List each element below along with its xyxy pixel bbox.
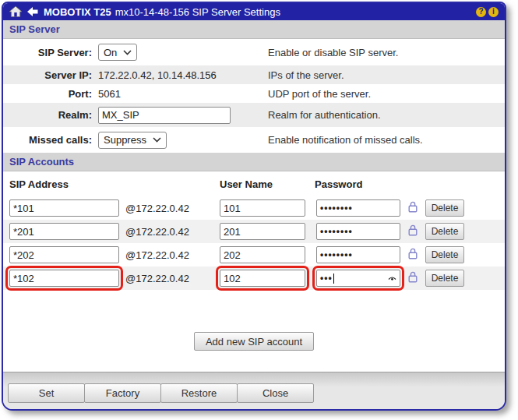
server-ip-description: IPs of the server. [268, 69, 505, 81]
password-input-highlighted[interactable]: ••• [316, 270, 400, 287]
info-icon[interactable]: i [488, 7, 499, 17]
realm-description: Realm for authentication. [268, 109, 505, 121]
sip-account-row-2: @172.22.0.42 Delete [3, 220, 505, 243]
page: MOBOTIX T25 mx10-14-48-156 SIP Server Se… [0, 0, 518, 420]
sip-server-suffix: @172.22.0.42 [118, 273, 220, 284]
set-button[interactable]: Set [8, 383, 85, 403]
sip-server-label: SIP Server: [3, 47, 98, 58]
sip-server-suffix: @172.22.0.42 [118, 203, 220, 214]
password-masked-value: ••• [320, 274, 333, 283]
sip-account-row-1: @172.22.0.42 Delete [3, 196, 505, 220]
form-row-realm: Realm: Realm for authentication. [3, 103, 505, 127]
sip-accounts-section-header: SIP Accounts [3, 153, 505, 171]
sip-server-select[interactable]: On [98, 44, 137, 61]
column-header-password: Password [315, 178, 505, 190]
sip-server-suffix: @172.22.0.42 [118, 249, 220, 261]
footer-button-group: Set Factory Restore Close [8, 383, 314, 403]
realm-label: Realm: [3, 109, 98, 121]
sip-server-select-value: On [104, 47, 117, 58]
window-title-product: MOBOTIX T25 [44, 6, 111, 18]
missed-calls-label: Missed calls: [3, 134, 98, 146]
add-account-area: Add new SIP account [3, 290, 505, 351]
restore-button[interactable]: Restore [160, 383, 238, 403]
text-cursor [333, 274, 334, 284]
add-sip-account-button[interactable]: Add new SIP account [194, 332, 314, 351]
form-row-missed-calls: Missed calls: Suppress Enable notificati… [3, 127, 505, 153]
password-reveal-eye-icon[interactable] [388, 275, 396, 281]
user-name-input-highlighted[interactable] [220, 270, 305, 287]
form-row-sip-server: SIP Server: On Enable or disable SIP ser… [3, 39, 505, 65]
lock-icon [408, 271, 418, 285]
form-row-port: Port: 5061 UDP port of the server. [3, 84, 505, 103]
port-description: UDP port of the server. [268, 88, 505, 100]
password-input[interactable] [316, 246, 400, 263]
window-title-text: mx10-14-48-156 SIP Server Settings [115, 6, 280, 18]
accounts-table-header: SIP Address User Name Password [3, 171, 505, 196]
settings-window: MOBOTIX T25 mx10-14-48-156 SIP Server Se… [2, 2, 506, 411]
title-bar: MOBOTIX T25 mx10-14-48-156 SIP Server Se… [3, 3, 505, 20]
sip-address-input[interactable] [9, 199, 119, 217]
sip-server-suffix: @172.22.0.42 [118, 226, 220, 238]
realm-input[interactable] [98, 107, 231, 124]
lock-icon [408, 224, 418, 238]
missed-calls-select[interactable]: Suppress [98, 132, 167, 149]
missed-calls-select-value: Suppress [104, 134, 146, 146]
user-name-input[interactable] [220, 223, 305, 240]
sip-address-input[interactable] [9, 223, 119, 240]
factory-button[interactable]: Factory [84, 383, 161, 403]
lock-icon [408, 201, 418, 215]
column-header-sip-address: SIP Address [9, 178, 220, 190]
help-icon[interactable]: ? [476, 7, 486, 17]
sip-server-description: Enable or disable SIP server. [268, 47, 505, 58]
password-input[interactable] [316, 223, 400, 240]
port-label: Port: [3, 88, 98, 100]
delete-button[interactable]: Delete [425, 246, 464, 263]
missed-calls-description: Enable notification of missed calls. [268, 134, 505, 146]
home-icon[interactable] [9, 6, 22, 17]
delete-button[interactable]: Delete [425, 223, 464, 240]
sip-server-section-header: SIP Server [3, 20, 505, 39]
footer-bar: Set Factory Restore Close [3, 372, 505, 409]
chevron-down-icon [153, 137, 161, 143]
sip-account-row-3: @172.22.0.42 Delete [3, 243, 505, 266]
port-value: 5061 [98, 88, 268, 100]
chevron-down-icon [123, 50, 132, 55]
user-name-input[interactable] [220, 199, 305, 217]
password-input[interactable] [316, 199, 400, 217]
close-button[interactable]: Close [237, 383, 314, 403]
lock-icon [408, 248, 418, 262]
back-arrow-icon[interactable] [27, 7, 38, 16]
sip-account-row-4-highlighted: @172.22.0.42 ••• Delete [3, 266, 505, 290]
sip-address-input[interactable] [9, 246, 119, 263]
server-ip-label: Server IP: [3, 69, 98, 81]
column-header-user-name: User Name [220, 178, 315, 190]
delete-button[interactable]: Delete [425, 199, 464, 217]
form-row-server-ip: Server IP: 172.22.0.42, 10.14.48.156 IPs… [3, 65, 505, 84]
server-ip-value: 172.22.0.42, 10.14.48.156 [98, 69, 268, 81]
sip-address-input-highlighted[interactable] [9, 270, 119, 287]
user-name-input[interactable] [220, 246, 305, 263]
delete-button[interactable]: Delete [425, 270, 464, 287]
